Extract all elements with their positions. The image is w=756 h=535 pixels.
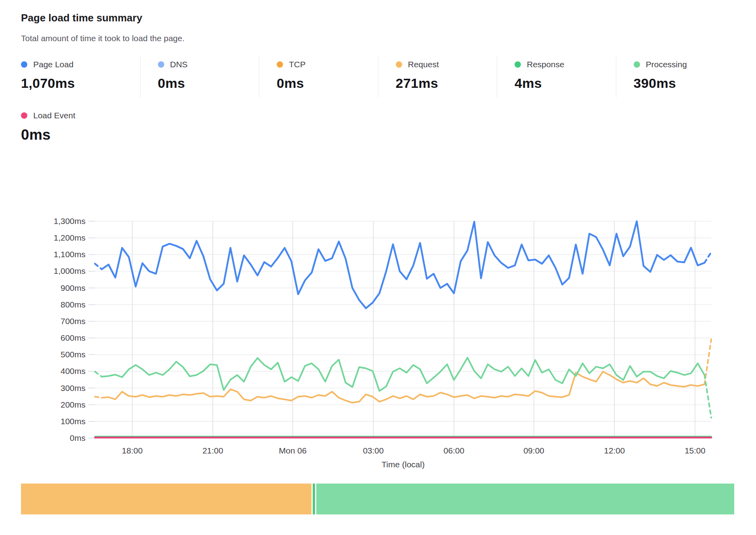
svg-text:15:00: 15:00	[685, 446, 706, 455]
metric-label: Page Load	[33, 60, 74, 69]
svg-text:300ms: 300ms	[61, 383, 85, 393]
svg-text:800ms: 800ms	[61, 300, 85, 309]
metric-label: DNS	[170, 60, 188, 69]
metric-value: 0ms	[21, 127, 140, 143]
chart-container: 0ms100ms200ms300ms400ms500ms600ms700ms80…	[21, 172, 735, 474]
metric-value: 390ms	[634, 76, 735, 91]
svg-text:100ms: 100ms	[61, 417, 85, 426]
svg-text:900ms: 900ms	[61, 283, 85, 292]
metric-dns: DNS 0ms	[140, 57, 259, 97]
series-processing	[95, 358, 711, 418]
svg-text:1,200ms: 1,200ms	[53, 233, 85, 242]
svg-text:200ms: 200ms	[61, 400, 85, 409]
svg-text:500ms: 500ms	[61, 350, 85, 359]
page-load-time-line-chart[interactable]: 0ms100ms200ms300ms400ms500ms600ms700ms80…	[21, 172, 735, 472]
metric-label: Request	[408, 60, 439, 69]
svg-text:12:00: 12:00	[604, 446, 625, 455]
metric-label: Load Event	[33, 111, 75, 120]
metric-value: 0ms	[277, 76, 378, 91]
svg-text:09:00: 09:00	[523, 446, 544, 455]
metric-value: 0ms	[158, 76, 259, 91]
svg-text:1,000ms: 1,000ms	[53, 266, 85, 275]
metric-legend: Response	[515, 60, 616, 69]
svg-text:21:00: 21:00	[202, 446, 223, 455]
svg-text:06:00: 06:00	[444, 446, 465, 455]
status-segment-request-share	[21, 484, 312, 514]
processing-dot-icon	[634, 61, 640, 68]
svg-text:600ms: 600ms	[61, 333, 85, 342]
metric-response: Response 4ms	[497, 57, 616, 97]
metric-legend: Page Load	[21, 60, 140, 69]
x-grid-and-labels: 18:0021:00Mon 0603:0006:0009:0012:0015:0…	[122, 221, 705, 469]
metric-legend: Request	[396, 60, 497, 69]
page-load-dot-icon	[21, 61, 27, 68]
svg-text:18:00: 18:00	[122, 446, 143, 455]
svg-text:700ms: 700ms	[61, 317, 85, 326]
dns-dot-icon	[158, 61, 164, 68]
metric-load-event: Load Event 0ms	[21, 108, 140, 150]
metric-request: Request 271ms	[378, 57, 497, 97]
metric-value: 1,070ms	[21, 76, 140, 91]
series-page-load	[95, 221, 711, 308]
page-subtitle: Total amount of time it took to load the…	[21, 34, 735, 43]
metrics-row: Page Load 1,070ms DNS 0ms TCP 0ms Reques…	[21, 57, 735, 97]
svg-text:03:00: 03:00	[363, 446, 384, 455]
tcp-dot-icon	[277, 61, 283, 68]
metrics-row-2: Load Event 0ms	[21, 108, 735, 150]
load-time-breakdown-bar	[21, 484, 735, 514]
svg-text:0ms: 0ms	[70, 433, 85, 442]
svg-text:Mon 06: Mon 06	[279, 446, 307, 455]
page-title: Page load time summary	[21, 12, 735, 24]
status-segment-processing-share	[316, 484, 735, 514]
svg-text:1,100ms: 1,100ms	[53, 250, 85, 259]
request-dot-icon	[396, 61, 402, 68]
metric-value: 271ms	[396, 76, 497, 91]
metric-page-load: Page Load 1,070ms	[21, 57, 140, 97]
metric-label: Processing	[646, 60, 687, 69]
svg-text:1,300ms: 1,300ms	[53, 216, 85, 226]
status-segment-response-share	[313, 484, 315, 514]
svg-text:400ms: 400ms	[61, 366, 85, 376]
x-axis-title: Time (local)	[382, 460, 425, 469]
metric-legend: Processing	[634, 60, 735, 69]
metric-legend: TCP	[277, 60, 378, 69]
metric-legend: DNS	[158, 60, 259, 69]
metric-tcp: TCP 0ms	[259, 57, 378, 97]
response-dot-icon	[515, 61, 521, 68]
metric-value: 4ms	[515, 76, 616, 91]
metric-processing: Processing 390ms	[616, 57, 735, 97]
metric-legend: Load Event	[21, 111, 140, 120]
metric-label: TCP	[289, 60, 306, 69]
page-load-summary-panel: Page load time summary Total amount of t…	[0, 0, 756, 514]
load-event-dot-icon	[21, 112, 27, 119]
metric-label: Response	[527, 60, 564, 69]
